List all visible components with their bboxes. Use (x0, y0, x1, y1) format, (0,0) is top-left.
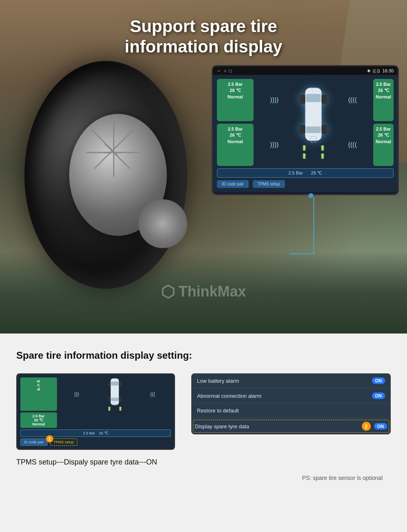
watermark-text: ThinkMax (178, 283, 246, 300)
svg-rect-6 (322, 125, 327, 134)
mini-tpms-setup-btn[interactable]: TPMS setup (50, 438, 78, 446)
svg-rect-5 (300, 125, 305, 134)
tpms-setup-button[interactable]: TPMS setup (253, 180, 285, 188)
abnormal-connection-label: Abnormal connection alarm (197, 393, 261, 399)
tire-front-right: 2.5 Bar 26 ℃ Normal (373, 79, 394, 121)
gps-icon: ◈ (367, 68, 370, 73)
mini-fl-status: al (22, 387, 55, 391)
fr-temp: 26 ℃ (376, 87, 391, 94)
svg-rect-9 (111, 382, 118, 386)
rl-temp: 26 ℃ (219, 132, 251, 138)
watermark-logo-icon: ⬡ (161, 282, 175, 301)
battery-row-top: 🔋 🔋 (301, 145, 326, 151)
tire-image (12, 41, 195, 305)
battery-fr-icon: 🔋 (319, 145, 326, 151)
hero-title-line2: information display (8, 37, 399, 57)
id-code-pair-button[interactable]: ID code pair (217, 180, 249, 188)
watermark: ⬡ ThinkMax (161, 282, 246, 301)
abnormal-connection-toggle[interactable]: ON (372, 392, 385, 399)
car-top-view-icon (297, 86, 330, 143)
fl-temp: 26 ℃ (219, 87, 251, 94)
car-signals-right-rear: (((( (334, 124, 371, 166)
signal-wave-left-bottom: )))) (270, 141, 278, 148)
car-display-area: 🔋 🔋 🔋 🔋 (295, 79, 332, 166)
mini-rr-pressure: 2.5 Bar (22, 414, 55, 418)
statusbar-right: ◈ ((·)) 16:30 (367, 68, 394, 73)
menu-icon: □ (229, 68, 232, 73)
screen-tpms-content: 2.5 Bar 26 ℃ Normal )))) (213, 75, 398, 192)
mini-tpms-grid: ar C al ))) (20, 377, 171, 428)
mini-spare-bar: 2.5 Bar 26 ℃ (20, 430, 171, 437)
info-content-area: ar C al ))) (16, 373, 391, 450)
spare-pressure: 2.5 Bar (289, 170, 303, 176)
fr-pressure: 2.5 Bar (376, 81, 391, 87)
hero-title-line1: Support spare tire (8, 16, 399, 37)
rl-pressure: 2.5 Bar (219, 126, 251, 132)
mini-rr-status: Normal (22, 422, 55, 426)
signal-wave-left: )))) (270, 96, 278, 104)
fl-status: Normal (219, 94, 251, 100)
signal-wave-right-bottom: (((( (348, 141, 357, 148)
hero-section: Support spare tire information display (0, 0, 407, 334)
settings-area: Low battery alarm ON Abnormal connection… (191, 373, 391, 434)
mini-signal-icon-right: ((( (150, 391, 155, 397)
step-badge-2: 2 (362, 422, 371, 431)
mini-rr-temp: 26 ℃ (22, 418, 55, 422)
svg-rect-14 (119, 397, 122, 401)
settings-row-battery: Low battery alarm ON (191, 373, 391, 388)
settings-row-display-spare: Display spare tyre data 2 ON (193, 420, 389, 433)
callout-vertical-line (313, 197, 314, 254)
mini-signals-left: ))) (59, 377, 95, 411)
signal-wave-right-top: (((( (348, 96, 357, 104)
svg-rect-2 (306, 126, 321, 133)
low-battery-toggle[interactable]: ON (372, 377, 385, 384)
rr-status: Normal (376, 139, 391, 145)
back-icon: ← (217, 68, 221, 73)
callout-horizontal-line (290, 253, 314, 254)
display-spare-controls: 2 ON (362, 422, 387, 431)
screen-statusbar: ← ○ □ ◈ ((·)) 16:30 (213, 66, 398, 75)
mini-id-code-btn[interactable]: ID code pair (20, 438, 48, 446)
callout-dot (309, 193, 313, 198)
home-icon: ○ (224, 68, 227, 73)
svg-rect-13 (108, 397, 111, 401)
mini-screen-mockup: ar C al ))) (16, 373, 175, 450)
rl-status: Normal (219, 139, 251, 145)
display-spare-label: Display spare tyre data (195, 423, 249, 430)
mini-battery-icon-r: 🔋 (118, 407, 123, 411)
low-battery-label: Low battery alarm (197, 378, 239, 384)
car-signals-left: )))) (256, 79, 293, 121)
tire-spoke (86, 152, 122, 153)
tire-rear-left: 2.5 Bar 26 ℃ Normal (217, 124, 254, 166)
tire-outer-ring (24, 61, 187, 289)
battery-rl-icon: 🔋 (301, 153, 307, 159)
bottom-buttons: ID code pair TPMS setup (217, 180, 394, 188)
tire-rear-right: 2.5 Bar 26 ℃ Normal (373, 124, 394, 166)
mini-fl-temp: C (22, 383, 55, 387)
svg-rect-11 (108, 382, 111, 386)
svg-rect-1 (306, 94, 321, 102)
tire-spoke (94, 143, 120, 169)
car-signals-right-bottom: )))) (256, 124, 293, 166)
mini-battery-icon-l: 🔋 (107, 407, 112, 411)
tire-rim (69, 114, 167, 236)
tire-front-left: 2.5 Bar 26 ℃ Normal (217, 79, 254, 121)
mini-tire-fl: ar C al (20, 377, 57, 411)
hero-title: Support spare tire information display (0, 8, 407, 65)
tpms-tire-grid: 2.5 Bar 26 ℃ Normal )))) (217, 79, 394, 166)
spare-temp: 26 ℃ (311, 170, 322, 176)
svg-rect-12 (119, 382, 122, 386)
mini-signal-icon-left: ))) (74, 391, 79, 397)
rr-temp: 26 ℃ (376, 132, 391, 138)
mini-bottom-buttons: ID code pair TPMS setup 1 (20, 438, 171, 446)
svg-rect-10 (111, 398, 118, 401)
mini-tpms-setup-wrapper: TPMS setup 1 (50, 438, 78, 446)
statusbar-left: ← ○ □ (217, 68, 232, 73)
display-spare-toggle[interactable]: ON (374, 423, 387, 430)
tire-spoke (113, 141, 114, 177)
restore-default-label: Restore to default (197, 408, 239, 414)
settings-row-abnormal: Abnormal connection alarm ON (191, 388, 391, 403)
step-badge-1: 1 (46, 435, 53, 443)
mini-spare-pressure: 2.5 Bar (83, 431, 95, 435)
settings-panel: Low battery alarm ON Abnormal connection… (191, 373, 391, 434)
